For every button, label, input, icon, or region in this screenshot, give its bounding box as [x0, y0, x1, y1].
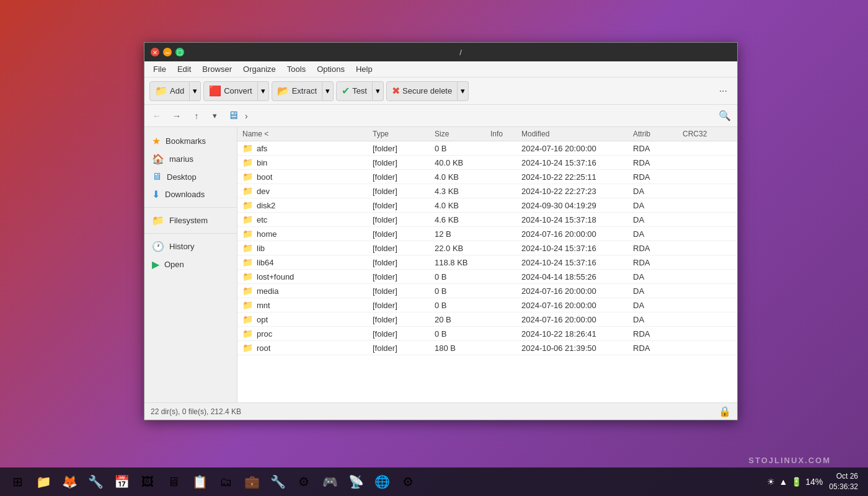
taskbar-app-tool2[interactable]: 🔧 [265, 469, 290, 494]
test-dropdown[interactable]: ▾ [373, 81, 384, 101]
col-crc32[interactable]: CRC32 [683, 130, 732, 138]
file-size: 0 B [435, 301, 490, 310]
table-row[interactable]: 📁 media [folder] 0 B 2024-07-16 20:00:00… [237, 284, 737, 298]
menu-organize[interactable]: Organize [238, 63, 281, 75]
table-row[interactable]: 📁 lost+found [folder] 0 B 2024-04-14 18:… [237, 270, 737, 284]
filelist[interactable]: Name < Type Size Info Modified Attrib CR… [237, 127, 737, 402]
sidebar-label-marius: marius [169, 154, 193, 164]
file-type: [folder] [373, 172, 435, 182]
folder-icon: 📁 [242, 329, 253, 339]
taskbar-app-file-manager[interactable]: 🗂 [213, 469, 238, 494]
taskbar-app-image-viewer[interactable]: 🖼 [135, 469, 160, 494]
taskbar-app-files[interactable]: 📁 [31, 469, 56, 494]
open-icon: ▶ [152, 259, 159, 270]
table-row[interactable]: 📁 lib64 [folder] 118.8 KB 2024-10-24 15:… [237, 255, 737, 270]
taskbar-app-calendar[interactable]: 📅 [109, 469, 134, 494]
up-button[interactable]: ↑ [188, 107, 205, 125]
taskbar-app-briefcase[interactable]: 💼 [239, 469, 264, 494]
taskbar-app-terminal[interactable]: 🖥 [161, 469, 186, 494]
file-modified: 2024-10-24 15:37:16 [521, 158, 633, 167]
convert-dropdown[interactable]: ▾ [258, 81, 269, 101]
close-button[interactable]: × [151, 48, 159, 56]
taskbar-app-browser[interactable]: 🌐 [370, 469, 394, 494]
watermark: STOJLINUX.COM [748, 456, 831, 465]
table-row[interactable]: 📁 mnt [folder] 0 B 2024-07-16 20:00:00 D… [237, 298, 737, 312]
folder-icon: 📁 [242, 272, 253, 281]
folder-icon: 📁 [242, 215, 253, 224]
col-modified[interactable]: Modified [521, 130, 633, 138]
table-row[interactable]: 📁 bin [folder] 40.0 KB 2024-10-24 15:37:… [237, 156, 737, 170]
sidebar-item-history[interactable]: 🕐 History [144, 237, 237, 255]
taskbar-app-grid-menu[interactable]: ⊞ [5, 469, 30, 494]
file-attrib: DA [633, 286, 683, 296]
sidebar-item-open[interactable]: ▶ Open [144, 255, 237, 273]
sidebar-item-filesystem[interactable]: 📁 Filesystem [144, 211, 237, 229]
table-row[interactable]: 📁 lib [folder] 22.0 KB 2024-10-24 15:37:… [237, 241, 737, 255]
file-attrib: DA [633, 315, 683, 324]
more-button[interactable]: ··· [714, 83, 732, 99]
table-row[interactable]: 📁 home [folder] 12 B 2024-07-16 20:00:00… [237, 227, 737, 241]
menu-help[interactable]: Help [351, 63, 378, 75]
add-dropdown[interactable]: ▾ [190, 81, 201, 101]
table-row[interactable]: 📁 proc [folder] 0 B 2024-10-22 18:26:41 … [237, 327, 737, 341]
table-row[interactable]: 📁 boot [folder] 4.0 KB 2024-10-22 22:25:… [237, 170, 737, 184]
col-name[interactable]: Name < [242, 130, 373, 138]
taskbar-app-notes[interactable]: 📋 [187, 469, 212, 494]
col-attrib[interactable]: Attrib [633, 130, 683, 138]
taskbar-app-filezilla[interactable]: 📡 [343, 469, 368, 494]
secure-delete-dropdown[interactable]: ▾ [458, 81, 469, 101]
bookmarks-icon: ★ [152, 135, 161, 147]
minimize-button[interactable]: – [163, 48, 172, 56]
col-size[interactable]: Size [435, 130, 490, 138]
test-icon: ✔ [342, 85, 350, 97]
search-button[interactable]: 🔍 [716, 107, 733, 125]
menu-tools[interactable]: Tools [282, 63, 311, 75]
file-type: [folder] [373, 158, 435, 167]
path-dropdown[interactable]: ▾ [208, 107, 221, 125]
table-row[interactable]: 📁 dev [folder] 4.3 KB 2024-10-22 22:27:2… [237, 184, 737, 198]
taskbar-app-settings2[interactable]: ⚙ [396, 469, 420, 494]
taskbar-app-settings1[interactable]: ⚙ [291, 469, 316, 494]
table-row[interactable]: 📁 opt [folder] 20 B 2024-07-16 20:00:00 … [237, 312, 737, 327]
menu-edit[interactable]: Edit [172, 63, 196, 75]
file-modified: 2024-07-16 20:00:00 [521, 315, 633, 324]
file-size: 40.0 KB [435, 158, 490, 167]
maximize-button[interactable]: □ [175, 48, 184, 56]
col-type[interactable]: Type [373, 130, 435, 138]
taskbar-app-tool1[interactable]: 🔧 [83, 469, 108, 494]
battery-icon: 🔋 [791, 477, 802, 487]
file-modified: 2024-10-22 22:25:11 [521, 172, 633, 182]
sidebar-item-marius[interactable]: 🏠 marius [144, 150, 237, 168]
taskbar-app-firefox[interactable]: 🦊 [57, 469, 82, 494]
table-row[interactable]: 📁 root [folder] 180 B 2024-10-06 21:39:5… [237, 341, 737, 355]
sidebar-item-bookmarks[interactable]: ★ Bookmarks [144, 132, 237, 150]
convert-button[interactable]: 🟥 Convert [203, 81, 258, 101]
add-button[interactable]: 📁 Add [149, 81, 190, 101]
file-modified: 2024-10-24 15:37:18 [521, 215, 633, 224]
navbar: ← → ↑ ▾ 🖥 › 🔍 [144, 105, 737, 127]
extract-dropdown[interactable]: ▾ [322, 81, 334, 101]
back-button[interactable]: ← [148, 107, 166, 125]
file-attrib: RDA [633, 172, 683, 182]
taskbar-right: ☀ ▲ 🔋 14% Oct 26 05:36:32 [767, 471, 863, 492]
taskbar-datetime: Oct 26 05:36:32 [829, 471, 858, 492]
taskbar-app-steam[interactable]: 🎮 [317, 469, 342, 494]
file-size: 4.0 KB [435, 172, 490, 182]
col-info[interactable]: Info [490, 130, 521, 138]
table-row[interactable]: 📁 disk2 [folder] 4.0 KB 2024-09-30 04:19… [237, 198, 737, 213]
sidebar-item-desktop[interactable]: 🖥 Desktop [144, 168, 237, 185]
file-size: 12 B [435, 229, 490, 239]
file-type: [folder] [373, 315, 435, 324]
menu-file[interactable]: File [148, 63, 171, 75]
menu-browser[interactable]: Browser [197, 63, 237, 75]
extract-button[interactable]: 📂 Extract [272, 81, 322, 101]
table-row[interactable]: 📁 afs [folder] 0 B 2024-07-16 20:00:00 R… [237, 141, 737, 156]
sidebar-item-downloads[interactable]: ⬇ Downloads [144, 185, 237, 203]
menu-options[interactable]: Options [312, 63, 350, 75]
statusbar: 22 dir(s), 0 file(s), 212.4 KB 🔒 [144, 402, 737, 420]
convert-icon: 🟥 [209, 85, 221, 97]
secure-delete-button[interactable]: ✖ Secure delete [386, 81, 458, 101]
test-button[interactable]: ✔ Test [336, 81, 373, 101]
table-row[interactable]: 📁 etc [folder] 4.6 KB 2024-10-24 15:37:1… [237, 213, 737, 227]
forward-button[interactable]: → [168, 107, 185, 125]
